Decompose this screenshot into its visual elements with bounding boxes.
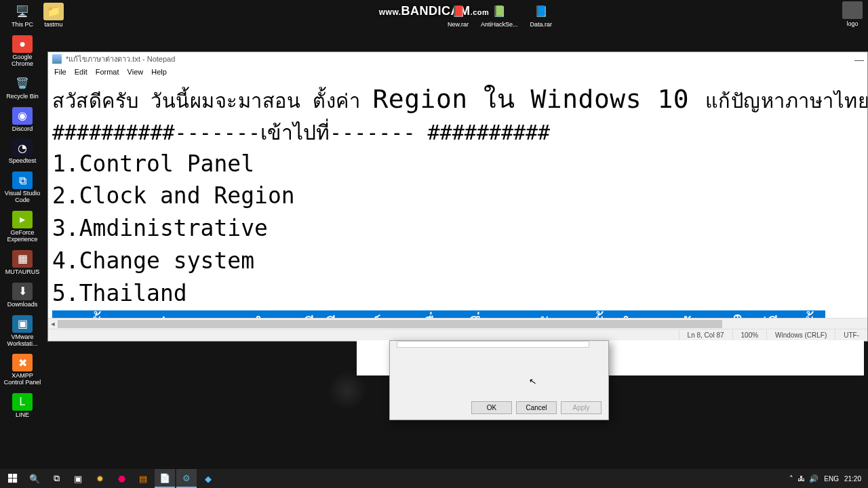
antihack-icon: 📗 bbox=[489, 3, 509, 20]
desktop-icon-label: MUTAURUS bbox=[5, 269, 39, 276]
desktop-icon-label: This PC bbox=[12, 22, 33, 28]
downloads-icon: ⬇ bbox=[12, 283, 33, 300]
notepad-icon bbox=[52, 54, 62, 64]
menu-edit[interactable]: Edit bbox=[71, 68, 91, 76]
mouse-cursor-icon: ↖ bbox=[528, 375, 537, 387]
new-rar-icon: 📕 bbox=[448, 3, 469, 20]
status-zoom: 100% bbox=[732, 329, 767, 341]
desktop-icon-label: tastmu bbox=[44, 22, 62, 28]
tray-sound-icon[interactable]: 🔊 bbox=[809, 474, 818, 483]
desktop-icon-label: VMware Workstati... bbox=[1, 334, 43, 348]
status-crlf: Windows (CRLF) bbox=[766, 329, 835, 341]
menu-view[interactable]: View bbox=[124, 68, 147, 76]
svg-rect-2 bbox=[8, 479, 12, 483]
speedtest-icon: ◔ bbox=[12, 139, 33, 157]
notepad-text-area[interactable]: สวัสดีครับ วันนี้ผมจะมาสอน ตั้งค่า Regio… bbox=[48, 78, 867, 318]
system-tray[interactable]: ˄ 🖧 🔊 bbox=[789, 474, 818, 483]
google-chrome-icon: ● bbox=[12, 35, 33, 53]
desktop-icon-line[interactable]: LLINE bbox=[1, 392, 43, 420]
region-dialog: OK Cancel Apply bbox=[389, 340, 609, 420]
desktop-icon-mutaurus[interactable]: ▦MUTAURUS bbox=[1, 249, 43, 277]
desktop-icon-discord[interactable]: ◉Discord bbox=[1, 106, 43, 134]
desktop-icon-antihack[interactable]: 📗AntiHackSe... bbox=[481, 1, 518, 30]
discord-icon: ◉ bbox=[12, 107, 33, 125]
tray-language[interactable]: ENG bbox=[824, 475, 839, 483]
xampp-icon: ✖ bbox=[12, 354, 33, 371]
desktop-icon-label: Downloads bbox=[7, 302, 38, 308]
desktop-icon-visual-studio-code[interactable]: ⧉Visual Studio Code bbox=[1, 170, 43, 205]
desktop-icons-top: 📕New.rar📗AntiHackSe...📘Data.rar bbox=[448, 1, 552, 30]
taskbar: 🔍 ⧉ ▣ ✹ ⬣ ▤ 📄 ⚙ ◆ ˄ 🖧 🔊 ENG 21:20 bbox=[0, 469, 868, 488]
desktop-icon-label: Google Chrome bbox=[1, 54, 43, 68]
ok-button[interactable]: OK bbox=[471, 401, 512, 414]
svg-rect-1 bbox=[13, 474, 17, 478]
start-button[interactable] bbox=[3, 469, 23, 488]
taskbar-app-2[interactable]: ✹ bbox=[90, 469, 110, 488]
notepad-title-text: *แก้ไขภาษาต่างดาว.txt - Notepad bbox=[66, 53, 175, 65]
desktop-icon-geforce-experience[interactable]: ▸GeForce Experience bbox=[1, 209, 43, 245]
svg-rect-3 bbox=[13, 479, 17, 483]
vmware-icon: ▣ bbox=[12, 315, 33, 333]
task-view-button[interactable]: ⧉ bbox=[46, 469, 66, 488]
desktop-icon-google-chrome[interactable]: ●Google Chrome bbox=[1, 34, 43, 69]
notepad-statusbar: Ln 8, Col 87 100% Windows (CRLF) UTF- bbox=[48, 329, 867, 341]
desktop-icon-label: AntiHackSe... bbox=[481, 22, 518, 28]
desktop-icon-label: Data.rar bbox=[530, 22, 553, 28]
desktop-icon-data-rar[interactable]: 📘Data.rar bbox=[530, 1, 553, 30]
geforce-experience-icon: ▸ bbox=[12, 211, 33, 228]
desktop-icon-recycle-bin[interactable]: 🗑️Recycle Bin bbox=[1, 73, 43, 102]
notepad-h-scrollbar[interactable]: ◄ bbox=[48, 318, 867, 329]
desktop-icon-label: New.rar bbox=[448, 22, 469, 28]
visual-studio-code-icon: ⧉ bbox=[12, 171, 33, 189]
desktop-icon-label: Visual Studio Code bbox=[1, 190, 43, 204]
desktop-icon-label: XAMPP Control Panel bbox=[1, 373, 43, 386]
desktop-icon-vmware[interactable]: ▣VMware Workstati... bbox=[1, 314, 43, 349]
tray-clock[interactable]: 21:20 bbox=[844, 475, 861, 483]
menu-format[interactable]: Format bbox=[92, 68, 123, 76]
recycle-bin-icon: 🗑️ bbox=[12, 75, 33, 92]
desktop-icon-label: Recycle Bin bbox=[6, 94, 39, 100]
desktop-icon-label: LINE bbox=[16, 412, 29, 419]
dialog-field[interactable] bbox=[397, 341, 589, 348]
notepad-menubar: File Edit Format View Help bbox=[48, 66, 867, 78]
taskbar-app-4[interactable]: ▤ bbox=[133, 469, 153, 488]
scroll-left-icon[interactable]: ◄ bbox=[48, 319, 58, 329]
notepad-titlebar[interactable]: *แก้ไขภาษาต่างดาว.txt - Notepad bbox=[48, 52, 867, 66]
taskbar-app-3[interactable]: ⬣ bbox=[111, 469, 132, 488]
notepad-selection: จากนั้นกด ok ระบบจะทำการรี รีสตาร์ท เครื… bbox=[52, 310, 825, 318]
taskbar-controlpanel[interactable]: ⚙ bbox=[176, 469, 197, 488]
notepad-min-icon[interactable]: — bbox=[854, 54, 864, 65]
taskbar-app-5[interactable]: ◆ bbox=[198, 469, 218, 488]
status-position: Ln 8, Col 87 bbox=[679, 329, 732, 341]
search-button[interactable]: 🔍 bbox=[24, 469, 45, 488]
svg-rect-0 bbox=[8, 474, 12, 478]
desktop-icon-new-rar[interactable]: 📕New.rar bbox=[448, 1, 469, 30]
desktop-icon-label: Speedtest bbox=[9, 158, 37, 165]
menu-help[interactable]: Help bbox=[148, 68, 170, 76]
desktop-icon-logo[interactable]: logo bbox=[842, 1, 863, 27]
mutaurus-icon: ▦ bbox=[12, 250, 33, 268]
desktop-icon-this-pc[interactable]: 🖥️This PC bbox=[1, 1, 43, 30]
cancel-button[interactable]: Cancel bbox=[516, 401, 557, 414]
desktop-icon-label: Discord bbox=[12, 126, 33, 133]
line-icon: L bbox=[12, 393, 33, 411]
tray-network-icon[interactable]: 🖧 bbox=[797, 474, 805, 483]
desktop-icon-speedtest[interactable]: ◔Speedtest bbox=[1, 138, 43, 166]
desktop-icon-label: logo bbox=[846, 20, 858, 27]
scrollbar-thumb[interactable] bbox=[58, 320, 722, 328]
menu-file[interactable]: File bbox=[51, 68, 70, 76]
desktop-icon-xampp[interactable]: ✖XAMPP Control Panel bbox=[1, 352, 43, 388]
this-pc-icon: 🖥️ bbox=[12, 3, 33, 20]
desktop-icons-column: 🖥️This PC●Google Chrome🗑️Recycle Bin◉Dis… bbox=[1, 1, 43, 420]
status-encoding: UTF- bbox=[835, 329, 867, 341]
tray-up-icon[interactable]: ˄ bbox=[789, 474, 793, 483]
desktop-icon-tastmu[interactable]: 📁 tastmu bbox=[43, 1, 64, 30]
desktop-icon-downloads[interactable]: ⬇Downloads bbox=[1, 281, 43, 310]
taskbar-app-1[interactable]: ▣ bbox=[68, 469, 88, 488]
taskbar-notepad[interactable]: 📄 bbox=[155, 469, 175, 488]
data-rar-icon: 📘 bbox=[531, 3, 551, 20]
apply-button: Apply bbox=[561, 401, 601, 414]
notepad-window: *แก้ไขภาษาต่างดาว.txt - Notepad File Edi… bbox=[47, 52, 868, 342]
desktop-icon-label: GeForce Experience bbox=[1, 230, 43, 243]
